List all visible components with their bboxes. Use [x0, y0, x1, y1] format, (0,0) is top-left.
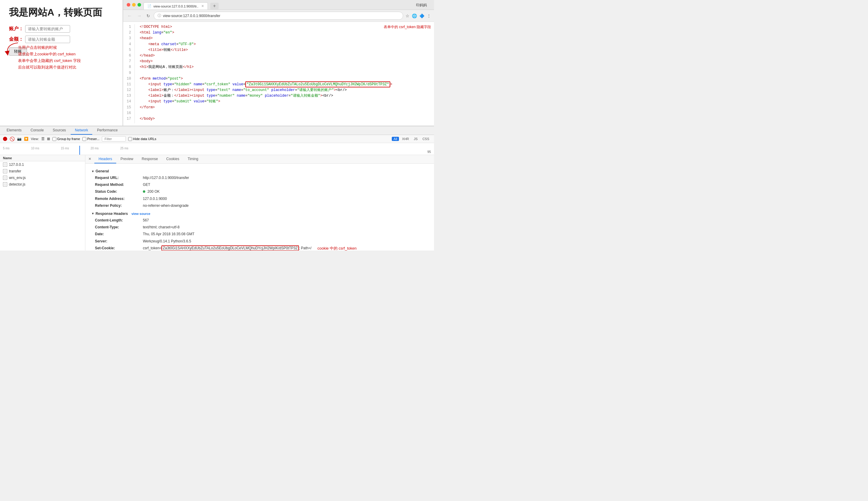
- content-type-value: text/html; charset=utf-8: [143, 224, 179, 230]
- tab-console[interactable]: Console: [27, 126, 48, 135]
- money-input[interactable]: [25, 36, 70, 43]
- extension-icon-2[interactable]: 🔷: [419, 13, 425, 18]
- source-line-6: </head>: [139, 53, 429, 58]
- detail-tab-timing[interactable]: Timing: [183, 155, 202, 163]
- status-code-key: Status Code:: [95, 189, 143, 194]
- money-row: 金额：: [9, 36, 114, 43]
- tab-close-icon[interactable]: ✕: [201, 4, 204, 8]
- tab-network[interactable]: Network: [71, 126, 92, 135]
- menu-icon[interactable]: ⋮: [427, 13, 431, 18]
- set-cookie-token: Za3t0Gi1SAHXXyEdUbZuTALo2u5EoUbgDLoCeVLM…: [161, 245, 299, 250]
- browser-chrome: 📄 view-source:127.0.0.1:9000/tr... ✕ + 印…: [123, 0, 434, 10]
- browser-window: 📄 view-source:127.0.0.1:9000/tr... ✕ + 印…: [123, 0, 434, 126]
- file-item-127[interactable]: □ 127.0.0.1: [0, 161, 85, 168]
- filter-js-button[interactable]: JS: [412, 137, 420, 141]
- content-length-key: Content-Length:: [95, 217, 143, 223]
- maximize-button[interactable]: [137, 3, 141, 7]
- grid-view-icon[interactable]: ⊞: [47, 137, 50, 141]
- tab-sources[interactable]: Sources: [49, 126, 70, 135]
- date-row: Date: Thu, 05 Apr 2018 16:35:08 GMT: [91, 231, 428, 238]
- timeline-perf-number: 95: [427, 150, 431, 153]
- filter-input[interactable]: [102, 136, 126, 141]
- address-bar[interactable]: ⓘ view-source:127.0.0.1:9000/transfer: [154, 12, 403, 20]
- extension-icon-1[interactable]: 🌐: [412, 13, 417, 18]
- response-view-source-link[interactable]: view source: [132, 212, 150, 215]
- back-button[interactable]: ←: [126, 13, 133, 19]
- content-type-row: Content-Type: text/html; charset=utf-8: [91, 224, 428, 231]
- hide-data-urls-label: Hide data URLs: [128, 137, 156, 141]
- record-button[interactable]: [3, 137, 7, 141]
- source-line-8: <h1>我是网站A，转账页面</h1>: [139, 64, 429, 70]
- referrer-policy-value: no-referrer-when-downgrade: [143, 203, 189, 209]
- devtools-tab-bar: Elements Console Sources Network Perform…: [0, 126, 434, 135]
- devtools-panel: Elements Console Sources Network Perform…: [0, 126, 434, 250]
- forward-button[interactable]: →: [136, 13, 143, 19]
- file-item-detector[interactable]: □ detector.js: [0, 181, 85, 188]
- file-name-transfer: transfer: [9, 169, 21, 173]
- tab-elements[interactable]: Elements: [2, 126, 26, 135]
- file-item-transfer[interactable]: □ transfer: [0, 168, 85, 174]
- preserve-log-checkbox[interactable]: [82, 137, 86, 141]
- browser-toolbar: ← → ↻ ⓘ view-source:127.0.0.1:9000/trans…: [123, 10, 434, 22]
- file-list-header: Name: [0, 155, 85, 161]
- source-line-14: <input type="submit" value="转账">: [139, 99, 429, 105]
- camera-icon[interactable]: 📷: [17, 137, 22, 141]
- server-value: Werkzeug/0.14.1 Python/3.6.5: [143, 238, 191, 244]
- list-view-icon[interactable]: ☰: [41, 137, 45, 141]
- minimize-button[interactable]: [132, 3, 136, 7]
- tab-title: view-source:127.0.0.1:9000/tr...: [153, 4, 198, 8]
- file-icon-127: □: [3, 162, 7, 167]
- detail-tab-response[interactable]: Response: [137, 155, 162, 163]
- set-cookie-row: Set-Cookie: csrf_token=Za3t0Gi1SAHXXyEdU…: [91, 245, 428, 250]
- hide-data-urls-checkbox[interactable]: [128, 137, 132, 141]
- address-text: view-source:127.0.0.1:9000/transfer: [163, 14, 220, 18]
- server-key: Server:: [95, 238, 143, 244]
- file-icon-transfer: □: [3, 169, 7, 173]
- status-code-value: 200 OK: [143, 189, 160, 194]
- browser-tab[interactable]: 📄 view-source:127.0.0.1:9000/tr... ✕: [144, 2, 208, 10]
- close-button[interactable]: [127, 3, 130, 7]
- detail-tab-cookies[interactable]: Cookies: [162, 155, 183, 163]
- network-toolbar: 🚫 📷 🔽 View: ☰ ⊞ Group by frame Preser...…: [0, 135, 434, 143]
- cookie-annotation: cookie 中的 csrf_token: [317, 245, 357, 250]
- group-by-frame-checkbox[interactable]: [52, 137, 56, 141]
- filter-css-button[interactable]: CSS: [420, 137, 431, 141]
- source-line-15: </form>: [139, 105, 429, 110]
- detail-close-icon[interactable]: ✕: [85, 155, 94, 163]
- account-input[interactable]: [25, 25, 70, 33]
- line-numbers: 12345 678910 1112131415 1617: [123, 24, 135, 123]
- request-method-value: GET: [143, 182, 150, 188]
- detail-tab-headers[interactable]: Headers: [94, 155, 116, 163]
- new-tab-button[interactable]: +: [210, 3, 219, 9]
- tab-icon: 📄: [147, 4, 151, 8]
- filter-icon[interactable]: 🔽: [24, 137, 29, 141]
- source-line-10: <form method="post">: [139, 76, 429, 82]
- source-view: 12345 678910 1112131415 1617 表单中的 csrf_t…: [123, 22, 434, 126]
- refresh-button[interactable]: ↻: [145, 13, 151, 19]
- request-url-value: http://127.0.0.1:9000/transfer: [143, 175, 189, 181]
- file-name-wrs: wrs_env.js: [9, 176, 26, 180]
- detail-tab-preview[interactable]: Preview: [116, 155, 137, 163]
- lock-icon: ⓘ: [158, 13, 161, 18]
- detail-tabs: ✕ Headers Preview Response Cookies Timin…: [85, 155, 434, 164]
- content-length-value: 567: [143, 217, 149, 223]
- filter-all-button[interactable]: All: [392, 137, 399, 141]
- toolbar-icons: ☆ 🌐 🔷 ⋮: [406, 13, 431, 18]
- bookmark-icon[interactable]: ☆: [406, 13, 409, 18]
- content-length-row: Content-Length: 567: [91, 217, 428, 224]
- source-line-7: <body>: [139, 58, 429, 64]
- remote-address-key: Remote Address:: [95, 196, 143, 202]
- remote-address-row: Remote Address: 127.0.0.1:9000: [91, 195, 428, 202]
- source-line-16: [139, 110, 429, 116]
- request-url-key: Request URL:: [95, 175, 143, 181]
- clear-button[interactable]: 🚫: [10, 137, 15, 141]
- top-right-label: 印妈妈: [416, 3, 430, 10]
- detail-panel: ✕ Headers Preview Response Cookies Timin…: [85, 155, 434, 250]
- source-line-2: <html lang="en">: [139, 30, 429, 36]
- request-url-row: Request URL: http://127.0.0.1:9000/trans…: [91, 174, 428, 181]
- date-value: Thu, 05 Apr 2018 16:35:08 GMT: [143, 231, 195, 237]
- source-line-9: [139, 70, 429, 76]
- filter-xhr-button[interactable]: XHR: [400, 137, 411, 141]
- tab-performance[interactable]: Performance: [93, 126, 122, 135]
- file-item-wrs[interactable]: □ wrs_env.js: [0, 174, 85, 181]
